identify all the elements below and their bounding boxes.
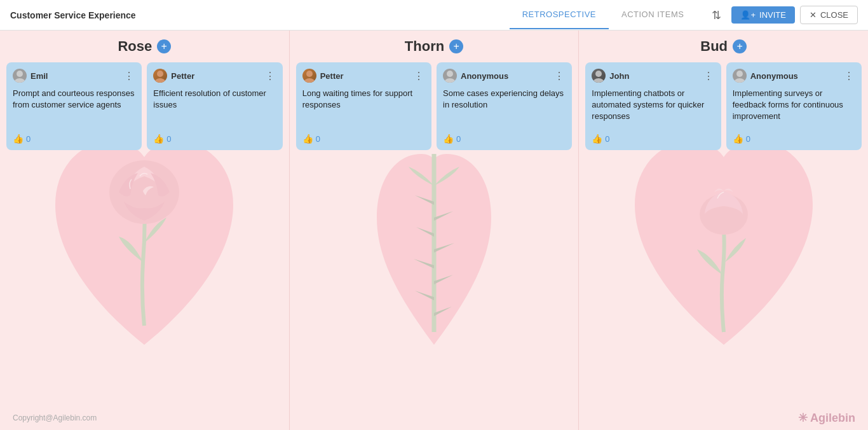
card-thorn-2: Anonymous ⋮ Some cases experiencing dela… xyxy=(437,62,572,150)
card-user-rose-2: Petter xyxy=(153,69,194,83)
close-label: CLOSE xyxy=(820,10,848,20)
card-footer-thorn-2: 👍 0 xyxy=(443,134,566,144)
add-bud-button[interactable]: + xyxy=(733,39,747,53)
card-bud-2: Anonymous ⋮ Implementing surveys or feed… xyxy=(726,62,862,150)
tab-retrospective[interactable]: RETROSPECTIVE xyxy=(510,1,609,29)
cards-area-rose: Emil ⋮ Prompt and courteous responses fr… xyxy=(0,62,289,155)
card-header-rose-1: Emil ⋮ xyxy=(13,69,135,83)
username-rose-2: Petter xyxy=(171,71,194,81)
like-count-rose-2: 0 xyxy=(166,134,171,144)
avatar-petter-rose xyxy=(153,69,167,83)
svg-point-0 xyxy=(17,71,23,77)
board: Rose + Emil ⋮ Prompt and courteous respo… xyxy=(0,31,868,430)
svg-point-12 xyxy=(734,78,745,83)
card-menu-bud-2[interactable]: ⋮ xyxy=(843,70,855,82)
column-thorn: Thorn + Petter ⋮ Long waiting times for … xyxy=(290,31,580,430)
username-thorn-2: Anonymous xyxy=(461,71,508,81)
username-bud-2: Anonymous xyxy=(750,71,798,81)
like-count-thorn-1: 0 xyxy=(316,134,320,144)
header-actions: ⇅ 👤+ INVITE ✕ CLOSE xyxy=(707,6,858,25)
svg-point-10 xyxy=(593,78,604,83)
like-count-rose-1: 0 xyxy=(26,134,31,144)
column-rose: Rose + Emil ⋮ Prompt and courteous respo… xyxy=(0,31,290,430)
like-icon-bud-2[interactable]: 👍 xyxy=(733,134,743,144)
like-count-bud-1: 0 xyxy=(605,134,609,144)
like-icon-thorn-2[interactable]: 👍 xyxy=(443,134,454,144)
add-thorn-button[interactable]: + xyxy=(449,39,463,53)
like-icon-thorn-1[interactable]: 👍 xyxy=(302,134,313,144)
like-count-bud-2: 0 xyxy=(746,134,750,144)
svg-point-13 xyxy=(700,194,748,235)
app-title: Customer Service Experience xyxy=(10,10,136,20)
card-footer-rose-2: 👍 0 xyxy=(153,134,276,144)
tabs: RETROSPECTIVE ACTION ITEMS xyxy=(510,1,697,29)
invite-button[interactable]: 👤+ INVITE xyxy=(731,6,795,24)
header: Customer Service Experience RETROSPECTIV… xyxy=(0,0,868,31)
svg-point-3 xyxy=(154,78,166,83)
like-icon-rose-1[interactable]: 👍 xyxy=(13,134,24,144)
avatar-anonymous-bud xyxy=(733,69,747,83)
card-header-rose-2: Petter ⋮ xyxy=(153,69,276,83)
like-icon-bud-1[interactable]: 👍 xyxy=(592,134,602,144)
add-rose-button[interactable]: + xyxy=(157,39,171,53)
card-header-bud-1: John ⋮ xyxy=(592,69,714,83)
svg-point-5 xyxy=(306,71,313,77)
column-header-thorn: Thorn + xyxy=(290,31,579,62)
cards-area-thorn: Petter ⋮ Long waiting times for support … xyxy=(290,62,579,155)
tab-action-items[interactable]: ACTION ITEMS xyxy=(609,1,696,29)
close-button[interactable]: ✕ CLOSE xyxy=(800,6,858,24)
svg-point-6 xyxy=(304,78,315,83)
column-bud: Bud + John ⋮ Implementing chatbots or au… xyxy=(579,31,868,430)
card-header-thorn-1: Petter ⋮ xyxy=(302,69,425,83)
card-bud-1: John ⋮ Implementing chatbots or automate… xyxy=(585,62,721,150)
card-user-thorn-2: Anonymous xyxy=(443,69,508,83)
sort-button[interactable]: ⇅ xyxy=(707,6,726,25)
svg-point-9 xyxy=(595,71,602,77)
avatar-john xyxy=(592,69,606,83)
username-thorn-1: Petter xyxy=(320,71,344,81)
username-bud-1: John xyxy=(609,71,629,81)
card-user-bud-2: Anonymous xyxy=(733,69,798,83)
card-header-bud-2: Anonymous ⋮ xyxy=(733,69,855,83)
close-icon: ✕ xyxy=(810,10,817,20)
card-text-thorn-2: Some cases experiencing delays in resolu… xyxy=(443,88,566,126)
avatar-emil xyxy=(13,69,27,83)
card-rose-1: Emil ⋮ Prompt and courteous responses fr… xyxy=(6,62,142,150)
card-text-bud-2: Implementing surveys or feedback forms f… xyxy=(733,88,855,126)
invite-icon: 👤+ xyxy=(740,10,756,20)
cards-area-bud: John ⋮ Implementing chatbots or automate… xyxy=(579,62,868,155)
card-user-rose-1: Emil xyxy=(13,69,48,83)
svg-point-1 xyxy=(14,78,25,83)
like-count-thorn-2: 0 xyxy=(456,134,461,144)
card-thorn-1: Petter ⋮ Long waiting times for support … xyxy=(296,62,431,150)
card-menu-thorn-1[interactable]: ⋮ xyxy=(412,70,425,82)
card-user-bud-1: John xyxy=(592,69,629,83)
card-menu-rose-1[interactable]: ⋮ xyxy=(123,70,135,82)
svg-point-7 xyxy=(447,71,453,77)
svg-point-2 xyxy=(157,71,163,77)
avatar-anonymous-thorn xyxy=(443,69,457,83)
like-icon-rose-2[interactable]: 👍 xyxy=(153,134,164,144)
card-header-thorn-2: Anonymous ⋮ xyxy=(443,69,566,83)
svg-point-11 xyxy=(736,71,743,77)
column-title-thorn: Thorn xyxy=(405,38,444,55)
avatar-petter-thorn xyxy=(302,69,316,83)
card-menu-bud-1[interactable]: ⋮ xyxy=(702,70,715,82)
card-footer-bud-1: 👍 0 xyxy=(592,134,714,144)
card-rose-2: Petter ⋮ Efficient resolution of custome… xyxy=(147,62,282,150)
card-text-rose-1: Prompt and courteous responses from cust… xyxy=(13,88,135,126)
card-text-thorn-1: Long waiting times for support responses xyxy=(302,88,425,126)
svg-point-8 xyxy=(444,78,456,83)
column-header-rose: Rose + xyxy=(0,31,289,62)
svg-point-4 xyxy=(109,160,179,224)
username-rose-1: Emil xyxy=(31,71,48,81)
column-title-rose: Rose xyxy=(118,38,152,55)
card-menu-thorn-2[interactable]: ⋮ xyxy=(553,70,566,82)
column-header-bud: Bud + xyxy=(579,31,868,62)
column-title-bud: Bud xyxy=(700,38,728,55)
card-text-bud-1: Implementing chatbots or automated syste… xyxy=(592,88,714,126)
invite-label: INVITE xyxy=(759,10,786,20)
card-menu-rose-2[interactable]: ⋮ xyxy=(264,70,276,82)
card-text-rose-2: Efficient resolution of customer issues xyxy=(153,88,276,126)
card-footer-bud-2: 👍 0 xyxy=(733,134,855,144)
